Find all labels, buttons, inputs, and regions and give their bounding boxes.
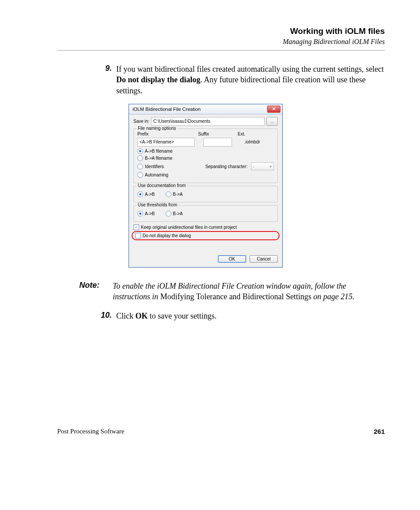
radio-icon [137,155,143,161]
dialog-title-text: iOLM Bidirectional File Creation [133,106,201,112]
note-label: Note: [79,281,110,302]
note-body: To enable the iOLM Bidirectional File Cr… [110,281,385,302]
ok-button[interactable]: OK [218,255,246,263]
thr-radio-ab[interactable]: A->B [137,211,155,216]
page-number: 261 [374,428,385,435]
radio-ba-filename[interactable]: B->A filename [137,155,274,161]
file-naming-group: File naming options Prefix Suffix Ext. .… [133,128,278,183]
col-ext-label: Ext. [238,132,245,136]
dialog-titlebar: iOLM Bidirectional File Creation ✕ [129,104,282,114]
checkbox-icon [133,224,139,230]
radio-label: A->B [145,211,155,216]
step-10: 10. Click OK to save your settings. [97,311,385,321]
step-text: Click OK to save your settings. [116,311,217,321]
radio-label: Autonaming [145,172,168,177]
checkbox-icon[interactable] [135,233,141,238]
page-footer: Post Processing Software 261 [57,428,385,435]
product-name: Post Processing Software [57,428,125,435]
prefix-input[interactable] [137,138,195,147]
note-block: Note: To enable the iOLM Bidirectional F… [79,281,385,302]
separating-char-label: Separating character: [205,164,247,169]
note-roman: Modifying Tolerance and Bidirectional Se… [160,292,311,301]
sep-value: - [253,164,254,169]
radio-icon [137,211,143,216]
radio-ab-filename[interactable]: A->B filename [137,148,274,154]
use-documentation-legend: Use documentation from [136,183,187,188]
radio-label: A->B filename [145,149,173,154]
col-suffix-label: Suffix [198,132,238,136]
doc-radio-ab[interactable]: A->B [137,191,155,197]
step10-pre: Click [116,312,136,320]
step10-bold: OK [136,312,148,320]
radio-label: Identifiers [145,164,164,169]
keep-original-label: Keep original unidirectional files in cu… [141,225,237,230]
use-thresholds-group: Use thresholds from A->B B->A [133,205,278,222]
section-subtitle: Managing Bidirectional iOLM Files [57,38,385,46]
close-icon[interactable]: ✕ [267,106,280,113]
chapter-title: Working with iOLM files [57,26,385,36]
radio-icon [166,211,171,216]
keep-original-checkbox[interactable]: Keep original unidirectional files in cu… [133,224,278,230]
radio-label: B->A [173,211,183,216]
radio-label: B->A [173,192,183,197]
do-not-display-label: Do not display the dialog [143,233,191,238]
radio-label: A->B [145,192,155,197]
step-text: If you want bidirectional files created … [116,64,385,96]
browse-button[interactable]: ... [266,117,278,126]
radio-icon [166,191,171,197]
step10-post: to save your settings. [148,312,217,320]
note-post: on page 215. [311,292,354,301]
radio-autonaming[interactable]: Autonaming [137,172,274,178]
dialog-screenshot: iOLM Bidirectional File Creation ✕ Save … [129,104,283,268]
page-header: Working with iOLM files Managing Bidirec… [57,26,385,46]
chevron-down-icon: ▼ [269,165,272,168]
save-path-input[interactable] [151,117,265,126]
step-9: 9. If you want bidirectional files creat… [97,64,385,96]
cancel-button[interactable]: Cancel [250,255,278,263]
col-prefix-label: Prefix [137,132,198,136]
header-divider [57,50,385,51]
ext-value: .iolmbdr [244,139,260,144]
step-number: 10. [97,311,116,321]
radio-label: B->A filename [145,156,173,161]
thr-radio-ba[interactable]: B->A [166,211,183,216]
suffix-input[interactable] [203,138,232,147]
doc-radio-ba[interactable]: B->A [166,191,183,197]
radio-icon [137,164,143,169]
do-not-display-highlight: Do not display the dialog [132,231,280,240]
save-in-label: Save in: [133,119,149,124]
radio-icon [137,191,143,197]
step-number: 9. [97,64,116,96]
file-naming-legend: File naming options [136,126,177,131]
radio-icon [137,172,143,178]
radio-identifiers[interactable]: Identifiers [137,164,164,169]
radio-icon [137,148,143,154]
separating-char-select[interactable]: - ▼ [251,162,274,170]
step9-pre: If you want bidirectional files created … [116,65,384,73]
use-thresholds-legend: Use thresholds from [136,202,178,207]
step9-bold: Do not display the dialog [116,75,200,84]
use-documentation-group: Use documentation from A->B B->A [133,186,278,202]
